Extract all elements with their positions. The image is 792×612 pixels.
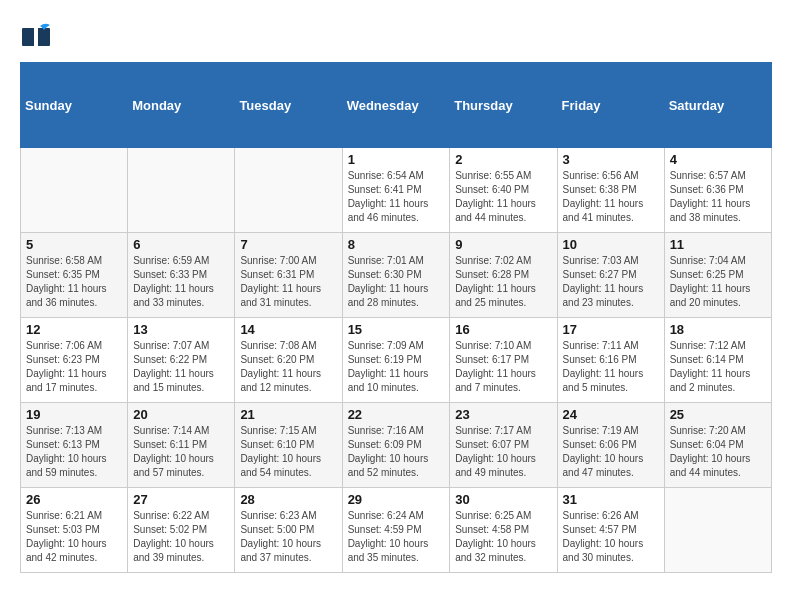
day-number: 7 <box>240 237 336 252</box>
calendar-cell: 15Sunrise: 7:09 AM Sunset: 6:19 PM Dayli… <box>342 318 450 403</box>
calendar-cell: 30Sunrise: 6:25 AM Sunset: 4:58 PM Dayli… <box>450 488 557 573</box>
day-info: Sunrise: 7:08 AM Sunset: 6:20 PM Dayligh… <box>240 339 336 395</box>
day-info: Sunrise: 7:16 AM Sunset: 6:09 PM Dayligh… <box>348 424 445 480</box>
logo-icon <box>20 20 52 52</box>
calendar-cell: 28Sunrise: 6:23 AM Sunset: 5:00 PM Dayli… <box>235 488 342 573</box>
calendar-cell <box>21 148 128 233</box>
header-wednesday: Wednesday <box>342 63 450 148</box>
calendar-cell: 11Sunrise: 7:04 AM Sunset: 6:25 PM Dayli… <box>664 233 771 318</box>
day-info: Sunrise: 7:19 AM Sunset: 6:06 PM Dayligh… <box>563 424 659 480</box>
calendar-cell: 22Sunrise: 7:16 AM Sunset: 6:09 PM Dayli… <box>342 403 450 488</box>
day-number: 14 <box>240 322 336 337</box>
day-number: 24 <box>563 407 659 422</box>
day-number: 27 <box>133 492 229 507</box>
day-number: 25 <box>670 407 766 422</box>
day-number: 15 <box>348 322 445 337</box>
day-info: Sunrise: 7:13 AM Sunset: 6:13 PM Dayligh… <box>26 424 122 480</box>
day-number: 2 <box>455 152 551 167</box>
calendar-week-row: 12Sunrise: 7:06 AM Sunset: 6:23 PM Dayli… <box>21 318 772 403</box>
calendar-cell: 6Sunrise: 6:59 AM Sunset: 6:33 PM Daylig… <box>128 233 235 318</box>
day-info: Sunrise: 7:03 AM Sunset: 6:27 PM Dayligh… <box>563 254 659 310</box>
calendar-cell: 23Sunrise: 7:17 AM Sunset: 6:07 PM Dayli… <box>450 403 557 488</box>
calendar-cell <box>235 148 342 233</box>
calendar-cell <box>128 148 235 233</box>
calendar-cell: 27Sunrise: 6:22 AM Sunset: 5:02 PM Dayli… <box>128 488 235 573</box>
svg-rect-1 <box>22 28 35 46</box>
calendar-cell: 3Sunrise: 6:56 AM Sunset: 6:38 PM Daylig… <box>557 148 664 233</box>
svg-rect-2 <box>37 28 50 46</box>
calendar-cell: 19Sunrise: 7:13 AM Sunset: 6:13 PM Dayli… <box>21 403 128 488</box>
day-number: 16 <box>455 322 551 337</box>
day-info: Sunrise: 6:25 AM Sunset: 4:58 PM Dayligh… <box>455 509 551 565</box>
day-info: Sunrise: 7:01 AM Sunset: 6:30 PM Dayligh… <box>348 254 445 310</box>
day-info: Sunrise: 7:11 AM Sunset: 6:16 PM Dayligh… <box>563 339 659 395</box>
day-info: Sunrise: 7:12 AM Sunset: 6:14 PM Dayligh… <box>670 339 766 395</box>
day-number: 3 <box>563 152 659 167</box>
day-info: Sunrise: 7:10 AM Sunset: 6:17 PM Dayligh… <box>455 339 551 395</box>
day-number: 5 <box>26 237 122 252</box>
day-number: 1 <box>348 152 445 167</box>
day-info: Sunrise: 6:22 AM Sunset: 5:02 PM Dayligh… <box>133 509 229 565</box>
calendar-cell: 2Sunrise: 6:55 AM Sunset: 6:40 PM Daylig… <box>450 148 557 233</box>
calendar-cell: 1Sunrise: 6:54 AM Sunset: 6:41 PM Daylig… <box>342 148 450 233</box>
calendar-cell: 20Sunrise: 7:14 AM Sunset: 6:11 PM Dayli… <box>128 403 235 488</box>
calendar-cell: 7Sunrise: 7:00 AM Sunset: 6:31 PM Daylig… <box>235 233 342 318</box>
calendar-cell: 9Sunrise: 7:02 AM Sunset: 6:28 PM Daylig… <box>450 233 557 318</box>
svg-rect-3 <box>34 28 38 46</box>
calendar-cell <box>664 488 771 573</box>
day-info: Sunrise: 6:24 AM Sunset: 4:59 PM Dayligh… <box>348 509 445 565</box>
calendar-header-row: SundayMondayTuesdayWednesdayThursdayFrid… <box>21 63 772 148</box>
day-number: 13 <box>133 322 229 337</box>
calendar-cell: 18Sunrise: 7:12 AM Sunset: 6:14 PM Dayli… <box>664 318 771 403</box>
day-number: 12 <box>26 322 122 337</box>
calendar-cell: 4Sunrise: 6:57 AM Sunset: 6:36 PM Daylig… <box>664 148 771 233</box>
day-number: 23 <box>455 407 551 422</box>
day-info: Sunrise: 7:00 AM Sunset: 6:31 PM Dayligh… <box>240 254 336 310</box>
header-monday: Monday <box>128 63 235 148</box>
day-number: 6 <box>133 237 229 252</box>
header-friday: Friday <box>557 63 664 148</box>
day-info: Sunrise: 7:04 AM Sunset: 6:25 PM Dayligh… <box>670 254 766 310</box>
day-number: 11 <box>670 237 766 252</box>
header-tuesday: Tuesday <box>235 63 342 148</box>
day-number: 26 <box>26 492 122 507</box>
day-number: 19 <box>26 407 122 422</box>
calendar-cell: 24Sunrise: 7:19 AM Sunset: 6:06 PM Dayli… <box>557 403 664 488</box>
day-info: Sunrise: 7:09 AM Sunset: 6:19 PM Dayligh… <box>348 339 445 395</box>
day-info: Sunrise: 6:21 AM Sunset: 5:03 PM Dayligh… <box>26 509 122 565</box>
calendar-week-row: 1Sunrise: 6:54 AM Sunset: 6:41 PM Daylig… <box>21 148 772 233</box>
calendar-cell: 25Sunrise: 7:20 AM Sunset: 6:04 PM Dayli… <box>664 403 771 488</box>
day-number: 20 <box>133 407 229 422</box>
day-info: Sunrise: 6:23 AM Sunset: 5:00 PM Dayligh… <box>240 509 336 565</box>
day-info: Sunrise: 6:58 AM Sunset: 6:35 PM Dayligh… <box>26 254 122 310</box>
day-info: Sunrise: 7:15 AM Sunset: 6:10 PM Dayligh… <box>240 424 336 480</box>
day-info: Sunrise: 7:17 AM Sunset: 6:07 PM Dayligh… <box>455 424 551 480</box>
logo <box>20 20 54 52</box>
day-number: 31 <box>563 492 659 507</box>
calendar-cell: 26Sunrise: 6:21 AM Sunset: 5:03 PM Dayli… <box>21 488 128 573</box>
calendar-cell: 17Sunrise: 7:11 AM Sunset: 6:16 PM Dayli… <box>557 318 664 403</box>
header-thursday: Thursday <box>450 63 557 148</box>
calendar-cell: 10Sunrise: 7:03 AM Sunset: 6:27 PM Dayli… <box>557 233 664 318</box>
header-sunday: Sunday <box>21 63 128 148</box>
day-number: 21 <box>240 407 336 422</box>
day-info: Sunrise: 6:55 AM Sunset: 6:40 PM Dayligh… <box>455 169 551 225</box>
day-info: Sunrise: 7:02 AM Sunset: 6:28 PM Dayligh… <box>455 254 551 310</box>
calendar-cell: 21Sunrise: 7:15 AM Sunset: 6:10 PM Dayli… <box>235 403 342 488</box>
day-info: Sunrise: 7:20 AM Sunset: 6:04 PM Dayligh… <box>670 424 766 480</box>
day-number: 17 <box>563 322 659 337</box>
calendar-week-row: 19Sunrise: 7:13 AM Sunset: 6:13 PM Dayli… <box>21 403 772 488</box>
day-info: Sunrise: 6:57 AM Sunset: 6:36 PM Dayligh… <box>670 169 766 225</box>
day-info: Sunrise: 7:14 AM Sunset: 6:11 PM Dayligh… <box>133 424 229 480</box>
day-info: Sunrise: 7:07 AM Sunset: 6:22 PM Dayligh… <box>133 339 229 395</box>
day-number: 4 <box>670 152 766 167</box>
calendar-cell: 14Sunrise: 7:08 AM Sunset: 6:20 PM Dayli… <box>235 318 342 403</box>
calendar-cell: 5Sunrise: 6:58 AM Sunset: 6:35 PM Daylig… <box>21 233 128 318</box>
header-saturday: Saturday <box>664 63 771 148</box>
calendar-cell: 12Sunrise: 7:06 AM Sunset: 6:23 PM Dayli… <box>21 318 128 403</box>
calendar-cell: 8Sunrise: 7:01 AM Sunset: 6:30 PM Daylig… <box>342 233 450 318</box>
calendar-cell: 29Sunrise: 6:24 AM Sunset: 4:59 PM Dayli… <box>342 488 450 573</box>
calendar-week-row: 26Sunrise: 6:21 AM Sunset: 5:03 PM Dayli… <box>21 488 772 573</box>
day-number: 29 <box>348 492 445 507</box>
day-info: Sunrise: 6:26 AM Sunset: 4:57 PM Dayligh… <box>563 509 659 565</box>
